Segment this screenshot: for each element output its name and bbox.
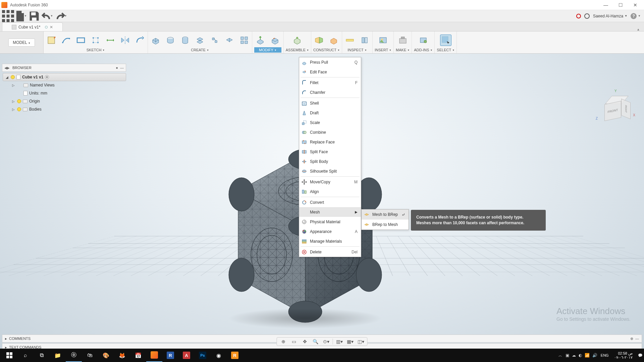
menu-item-draft[interactable]: Draft: [299, 108, 361, 118]
menu-item-replace-face[interactable]: Replace Face: [299, 137, 361, 147]
tray-icon-3[interactable]: ◐: [579, 353, 582, 358]
menu-item-split-body[interactable]: Split Body: [299, 157, 361, 166]
measure-icon[interactable]: [344, 35, 356, 46]
menu-item-shell[interactable]: Shell: [299, 98, 361, 108]
job-status-icon[interactable]: [584, 13, 590, 19]
dimension-icon[interactable]: [105, 35, 116, 46]
workspace-switcher[interactable]: MODEL ▼: [0, 32, 44, 53]
menu-item-physical-material[interactable]: Physical Material: [299, 217, 361, 227]
submenu-item-brep-to-mesh[interactable]: BRep to Mesh: [362, 220, 409, 230]
menu-item-align[interactable]: Align: [299, 187, 361, 196]
edge-icon[interactable]: ⓔ: [66, 349, 82, 362]
start-button[interactable]: [1, 349, 17, 362]
tree-root[interactable]: ◢ Cube v1 v1: [3, 73, 126, 81]
mirror-icon[interactable]: [119, 35, 131, 46]
collapse-tabs-icon[interactable]: ▲: [635, 27, 642, 31]
zoom-icon[interactable]: 🔍: [311, 338, 320, 345]
arc-icon[interactable]: [134, 35, 146, 46]
maximize-button[interactable]: ☐: [613, 0, 628, 10]
fillet-tool-icon[interactable]: [269, 35, 281, 46]
circle-icon[interactable]: [90, 35, 101, 46]
minimize-button[interactable]: —: [598, 0, 613, 10]
browser-collapse-icon[interactable]: ◀▶: [4, 66, 10, 70]
pan-icon[interactable]: ✥: [301, 338, 309, 345]
expand-icon[interactable]: ▷: [11, 108, 15, 111]
comments-expand-icon[interactable]: ▸: [5, 337, 7, 341]
help-icon[interactable]: ?: [631, 13, 637, 19]
menu-item-edit-face[interactable]: Edit Face: [299, 67, 361, 77]
wifi-icon[interactable]: 📶: [585, 353, 590, 358]
steam-icon[interactable]: ◉: [211, 349, 227, 362]
menu-item-move-copy[interactable]: Move/CopyM: [299, 177, 361, 187]
search-button[interactable]: ⌕: [17, 349, 34, 362]
line-icon[interactable]: [60, 35, 72, 46]
taskview-button[interactable]: ⧉: [34, 349, 50, 362]
save-icon[interactable]: [28, 11, 40, 21]
orbit-icon[interactable]: ⊕: [279, 338, 288, 345]
user-menu[interactable]: Saeed Al-Hamza ▼: [593, 14, 627, 18]
visibility-bulb-icon[interactable]: [17, 107, 21, 111]
app-r-icon[interactable]: R: [227, 349, 243, 362]
axis-icon[interactable]: [328, 35, 339, 46]
menu-item-appearance[interactable]: AppearanceA: [299, 227, 361, 236]
tray-icon-2[interactable]: ☁: [572, 353, 576, 358]
store-icon[interactable]: 🛍: [82, 349, 98, 362]
apps-grid-icon[interactable]: [2, 11, 14, 21]
expand-icon[interactable]: ▷: [11, 83, 15, 87]
grid-icon[interactable]: ▦▾: [346, 338, 355, 345]
display-icon[interactable]: ▥▾: [335, 338, 344, 345]
language-indicator[interactable]: ENG: [601, 353, 609, 357]
plane-icon[interactable]: [313, 35, 325, 46]
tree-item[interactable]: ▷Origin: [3, 97, 126, 105]
menu-item-mesh[interactable]: Mesh▶: [299, 207, 361, 217]
ribbon-label-inspect[interactable]: INSPECT▼: [347, 47, 367, 53]
insert-icon[interactable]: [377, 35, 389, 46]
addins-icon[interactable]: [418, 35, 429, 46]
submenu-item-mesh-to-brep[interactable]: Mesh to BRep⤶: [362, 209, 409, 220]
menu-item-split-face[interactable]: Split Face: [299, 147, 361, 157]
menu-item-scale[interactable]: Scale: [299, 118, 361, 127]
tree-item[interactable]: Units: mm: [3, 89, 126, 97]
ribbon-label-sketch[interactable]: SKETCH▼: [87, 47, 105, 53]
fusion-taskbar-icon[interactable]: [146, 349, 162, 362]
viewcube[interactable]: Y X Z FRONT RIGHT: [597, 90, 634, 127]
presspull-icon[interactable]: [255, 35, 266, 46]
tray-up-icon[interactable]: ︿: [558, 353, 562, 358]
ribbon-label-make[interactable]: MAKE▼: [396, 47, 410, 53]
explorer-icon[interactable]: 📁: [50, 349, 66, 362]
photoshop-icon[interactable]: Ps: [195, 349, 211, 362]
close-button[interactable]: ✕: [628, 0, 643, 10]
visibility-bulb-icon[interactable]: [17, 99, 21, 103]
menu-item-press-pull[interactable]: Press PullQ: [299, 57, 361, 67]
rib-icon[interactable]: [224, 35, 235, 46]
volume-icon[interactable]: 🔊: [592, 353, 597, 358]
rectangle-icon[interactable]: [75, 35, 87, 46]
close-tab-icon[interactable]: ✕: [50, 25, 53, 29]
ribbon-label-construct[interactable]: CONSTRUCT▼: [313, 47, 340, 53]
viewcube-front[interactable]: FRONT: [604, 101, 621, 121]
comments-min-icon[interactable]: —: [635, 337, 639, 341]
ribbon-label-addins[interactable]: ADD-INS▼: [414, 47, 432, 53]
ribbon-label-insert[interactable]: INSERT▼: [375, 47, 391, 53]
tree-item[interactable]: ▷Named Views: [3, 81, 126, 89]
make-icon[interactable]: [397, 35, 409, 46]
browser-settings-icon[interactable]: ●: [116, 66, 118, 70]
menu-item-silhouette-split[interactable]: Silhouette Split: [299, 166, 361, 176]
taskbar-clock[interactable]: 02:58 ص ٢٠١٧-٠٦-٠٧: [612, 351, 635, 359]
menu-item-delete[interactable]: DeleteDel: [299, 247, 361, 257]
visibility-bulb-icon[interactable]: [11, 75, 15, 79]
viewcube-right[interactable]: RIGHT: [621, 99, 631, 119]
look-icon[interactable]: ▭: [290, 338, 299, 345]
tray-icon-1[interactable]: ▣: [566, 353, 569, 358]
paint-icon[interactable]: 🎨: [98, 349, 114, 362]
ribbon-label-modify[interactable]: MODIFY▼: [254, 47, 281, 53]
ribbon-label-select[interactable]: SELECT▼: [437, 47, 454, 53]
assemble-icon[interactable]: [291, 35, 303, 46]
sweep-icon[interactable]: [194, 35, 206, 46]
calculator-icon[interactable]: 📅: [130, 349, 146, 362]
menu-item-fillet[interactable]: FilletF: [299, 78, 361, 87]
section-icon[interactable]: [359, 35, 370, 46]
tree-item[interactable]: ▷Bodies: [3, 105, 126, 113]
select-icon[interactable]: [440, 35, 451, 46]
extrude-icon[interactable]: [150, 35, 161, 46]
